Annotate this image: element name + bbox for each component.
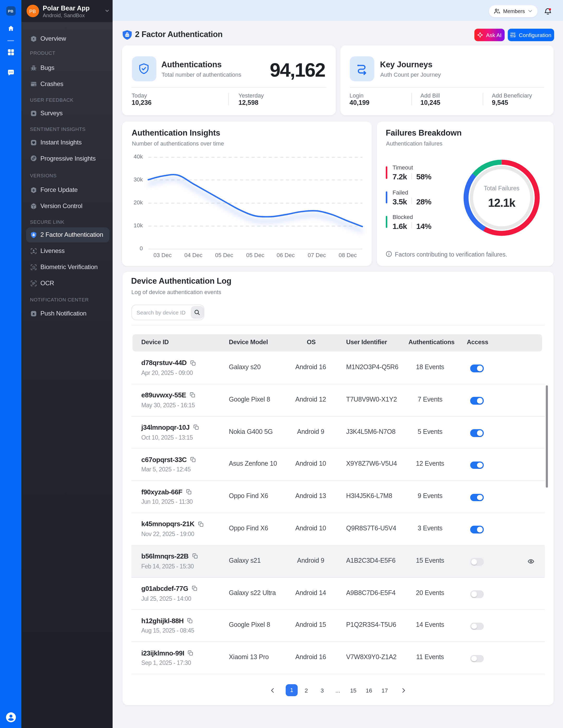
svg-text:12.1k: 12.1k [488, 196, 516, 209]
svg-text:Total Failures: Total Failures [483, 185, 519, 191]
